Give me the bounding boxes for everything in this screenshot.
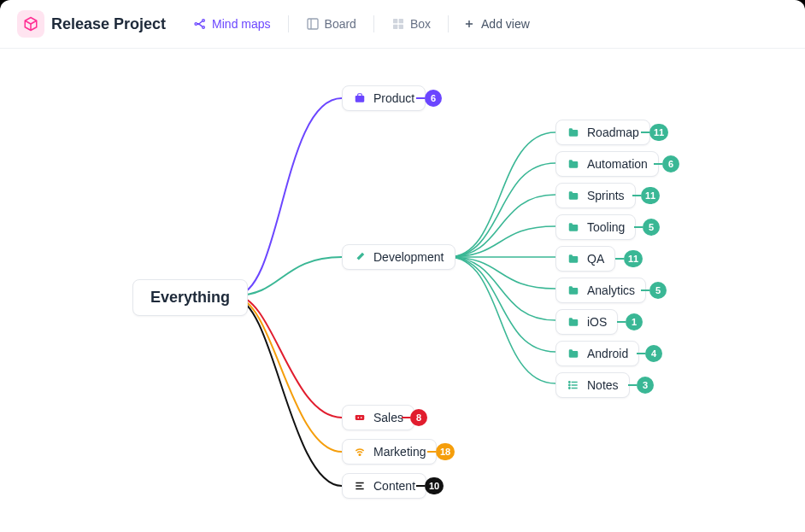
node-label: Automation [587, 157, 648, 171]
project-title: Release Project [51, 15, 166, 33]
app-logo [17, 10, 44, 38]
badge-connector [416, 485, 425, 487]
divider [448, 15, 449, 32]
folder-icon [567, 126, 580, 139]
svg-point-0 [195, 23, 197, 26]
tab-box[interactable]: Box [381, 12, 441, 36]
mind-map-canvas[interactable]: Everything Product 6 Development Sales 8… [0, 49, 805, 532]
node-android[interactable]: Android [555, 341, 639, 366]
badge-connector [641, 289, 649, 291]
badge-connector [402, 417, 410, 418]
node-label: Roadmap [587, 126, 639, 139]
node-label: Product [373, 91, 414, 105]
node-label: Development [373, 250, 444, 264]
svg-rect-7 [399, 25, 403, 29]
wrench-icon [353, 250, 367, 264]
node-analytics[interactable]: Analytics [555, 278, 646, 303]
badge-automation: 6 [662, 155, 679, 172]
node-ios[interactable]: iOS [555, 309, 618, 335]
badge-tooling: 5 [643, 219, 660, 236]
box-icon [391, 17, 405, 31]
node-label: Sales [373, 411, 403, 424]
badge-connector [427, 451, 436, 453]
tab-mind-maps-label: Mind maps [212, 17, 270, 31]
badge-sprints: 11 [641, 187, 660, 204]
node-content[interactable]: Content [342, 473, 426, 499]
tab-board-label: Board [325, 17, 356, 31]
badge-connector [617, 321, 626, 323]
folder-icon [567, 189, 580, 202]
badge-notes: 3 [637, 377, 654, 394]
divider [288, 15, 289, 32]
svg-rect-5 [399, 19, 403, 23]
tab-mind-maps[interactable]: Mind maps [183, 12, 280, 36]
folder-icon [567, 284, 580, 297]
svg-rect-3 [308, 19, 318, 29]
view-tabs: Mind maps Board Box Add vi [183, 12, 537, 36]
badge-android: 4 [645, 345, 662, 362]
svg-point-11 [361, 417, 362, 418]
node-notes[interactable]: Notes [555, 372, 630, 398]
node-development[interactable]: Development [342, 244, 455, 270]
add-view-button[interactable]: Add view [455, 12, 537, 36]
node-label: Content [373, 479, 415, 493]
node-label: iOS [587, 315, 607, 329]
badge-connector [416, 97, 425, 99]
node-root-everything[interactable]: Everything [132, 279, 248, 316]
board-icon [306, 17, 320, 31]
svg-rect-6 [393, 25, 397, 29]
badge-connector [654, 163, 662, 165]
node-label: Sprints [587, 189, 625, 202]
node-sprints[interactable]: Sprints [555, 183, 636, 208]
svg-point-12 [359, 454, 361, 456]
tab-board[interactable]: Board [296, 12, 367, 36]
plus-icon [462, 17, 476, 31]
svg-rect-8 [355, 96, 365, 102]
svg-point-15 [569, 388, 570, 389]
node-label: QA [587, 252, 604, 266]
folder-icon [567, 220, 580, 234]
add-view-label: Add view [481, 17, 530, 31]
badge-product: 6 [425, 90, 442, 107]
svg-point-1 [203, 20, 205, 22]
node-tooling[interactable]: Tooling [555, 214, 636, 240]
node-roadmap[interactable]: Roadmap [555, 120, 650, 145]
svg-point-14 [569, 384, 570, 385]
svg-rect-9 [355, 415, 365, 420]
svg-rect-4 [393, 19, 397, 23]
node-label: Analytics [587, 284, 635, 297]
divider [373, 15, 374, 32]
briefcase-icon [353, 91, 367, 105]
node-product[interactable]: Product [342, 85, 426, 111]
badge-connector [634, 226, 643, 228]
node-qa[interactable]: QA [555, 246, 615, 272]
folder-icon [567, 347, 580, 360]
node-label: Tooling [587, 220, 625, 234]
folder-icon [567, 252, 580, 266]
mind-maps-icon [193, 17, 207, 31]
node-label: Notes [587, 378, 619, 392]
badge-sales: 8 [410, 409, 427, 426]
badge-ios: 1 [626, 313, 643, 330]
lines-icon [353, 479, 367, 493]
badge-roadmap: 11 [649, 124, 668, 141]
folder-icon [567, 157, 580, 171]
folder-icon [567, 315, 580, 329]
badge-connector [637, 353, 645, 354]
node-marketing[interactable]: Marketing [342, 439, 437, 465]
node-automation[interactable]: Automation [555, 151, 659, 177]
wifi-icon [353, 445, 367, 459]
svg-point-2 [203, 26, 205, 29]
badge-connector [628, 384, 637, 386]
svg-point-10 [357, 417, 359, 418]
badge-connector [641, 132, 649, 133]
badge-analytics: 5 [649, 282, 667, 299]
badge-marketing: 18 [436, 443, 455, 460]
svg-point-13 [569, 382, 570, 383]
badge-content: 10 [425, 477, 444, 494]
node-label: Android [587, 347, 628, 360]
badge-qa: 11 [624, 250, 643, 267]
node-label: Marketing [373, 445, 426, 459]
list-icon [567, 378, 580, 392]
header: Release Project Mind maps Board Box [0, 0, 805, 49]
